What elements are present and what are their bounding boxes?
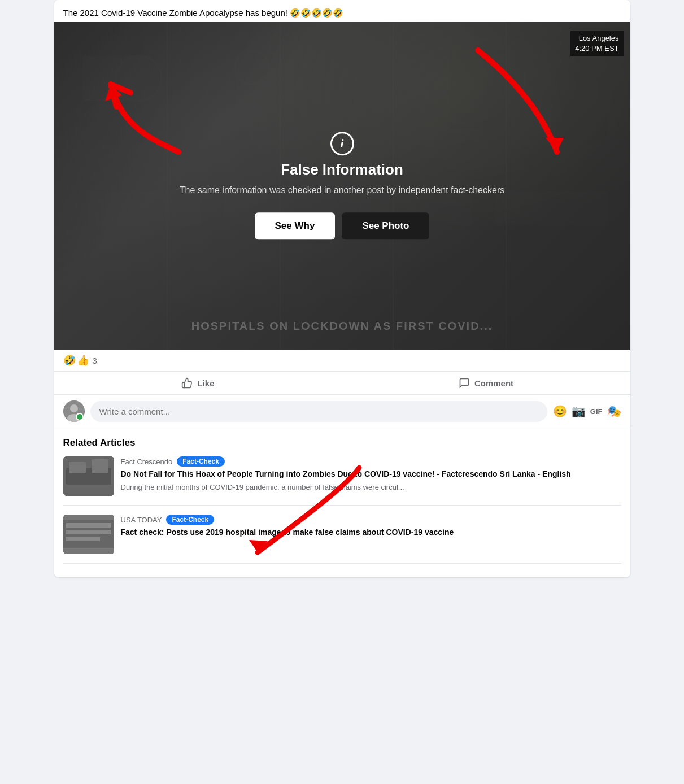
article-meta-2: USA TODAY Fact-Check [121, 515, 454, 525]
article-thumb-inner-2 [63, 515, 114, 554]
related-articles-section: Related Articles Fact Crescendo Fact-Che… [54, 428, 630, 577]
emoji-icon[interactable]: 😊 [553, 404, 567, 418]
comment-button[interactable]: Comment [342, 372, 630, 394]
false-info-buttons: See Why See Photo [66, 213, 619, 240]
watermark-text: HOSPITALS ON LOCKDOWN AS FIRST COVID... [191, 320, 493, 333]
user-avatar [63, 400, 85, 422]
article-item-2[interactable]: USA TODAY Fact-Check Fact check: Posts u… [63, 515, 621, 564]
article-desc-1: During the initial months of COVID-19 pa… [121, 482, 571, 493]
svg-point-17 [70, 404, 78, 412]
reaction-count: 3 [93, 356, 97, 365]
false-info-subtitle: The same information was checked in anot… [66, 184, 619, 197]
post-header: The 2021 Covid-19 Vaccine Zombie Apocaly… [54, 0, 630, 22]
false-info-overlay: i False Information The same information… [54, 120, 630, 251]
see-why-button[interactable]: See Why [255, 213, 336, 240]
post-title: The 2021 Covid-19 Vaccine Zombie Apocaly… [63, 7, 621, 19]
action-row: Like Comment [54, 372, 630, 395]
reaction-like: 👍 [77, 354, 89, 367]
sticker-icon[interactable]: 🎭 [607, 404, 621, 418]
article-source-1: Fact Crescendo [121, 458, 173, 466]
related-articles-title: Related Articles [63, 437, 621, 448]
gif-icon[interactable]: GIF [590, 407, 603, 416]
comment-label: Comment [474, 378, 513, 388]
comment-input-row: 😊 📷 GIF 🎭 [54, 395, 630, 428]
svg-rect-28 [66, 537, 100, 541]
article-headline-1: Do Not Fall for This Hoax of People Turn… [121, 469, 571, 480]
input-icons: 😊 📷 GIF 🎭 [553, 404, 621, 418]
location-time: 4:20 PM EST [575, 43, 618, 54]
article-thumb-image-2 [63, 515, 114, 554]
false-info-title: False Information [66, 161, 619, 178]
svg-rect-21 [69, 462, 86, 473]
article-source-2: USA TODAY [121, 516, 162, 524]
article-content-1: Fact Crescendo Fact-Check Do Not Fall fo… [121, 456, 571, 496]
article-thumb-image-1 [63, 456, 114, 496]
fact-check-badge-2: Fact-Check [166, 515, 214, 525]
post-card: The 2021 Covid-19 Vaccine Zombie Apocaly… [54, 0, 630, 577]
post-image-container: HOSPITALS ON LOCKDOWN AS FIRST COVID... … [54, 22, 630, 350]
info-icon: i [330, 132, 354, 155]
fact-check-badge-1: Fact-Check [177, 456, 225, 467]
location-city: Los Angeles [575, 33, 618, 43]
article-thumb-1 [63, 456, 114, 496]
comment-icon [459, 377, 470, 389]
like-icon [181, 377, 193, 389]
svg-rect-26 [66, 523, 111, 528]
svg-rect-27 [66, 530, 111, 534]
camera-icon[interactable]: 📷 [572, 404, 586, 418]
like-label: Like [197, 378, 214, 388]
svg-rect-22 [92, 459, 108, 473]
avatar-image [63, 400, 85, 422]
comment-input[interactable] [90, 401, 547, 422]
article-meta-1: Fact Crescendo Fact-Check [121, 456, 571, 467]
location-badge: Los Angeles 4:20 PM EST [570, 31, 623, 56]
see-photo-button[interactable]: See Photo [342, 213, 429, 240]
reactions-row: 🤣 👍 3 [54, 350, 630, 372]
article-item-1[interactable]: Fact Crescendo Fact-Check Do Not Fall fo… [63, 456, 621, 506]
article-content-2: USA TODAY Fact-Check Fact check: Posts u… [121, 515, 454, 554]
article-headline-2: Fact check: Posts use 2019 hospital imag… [121, 527, 454, 538]
reaction-laugh: 🤣 [63, 354, 76, 367]
article-thumb-2 [63, 515, 114, 554]
like-button[interactable]: Like [54, 372, 342, 394]
article-thumb-inner-1 [63, 456, 114, 496]
